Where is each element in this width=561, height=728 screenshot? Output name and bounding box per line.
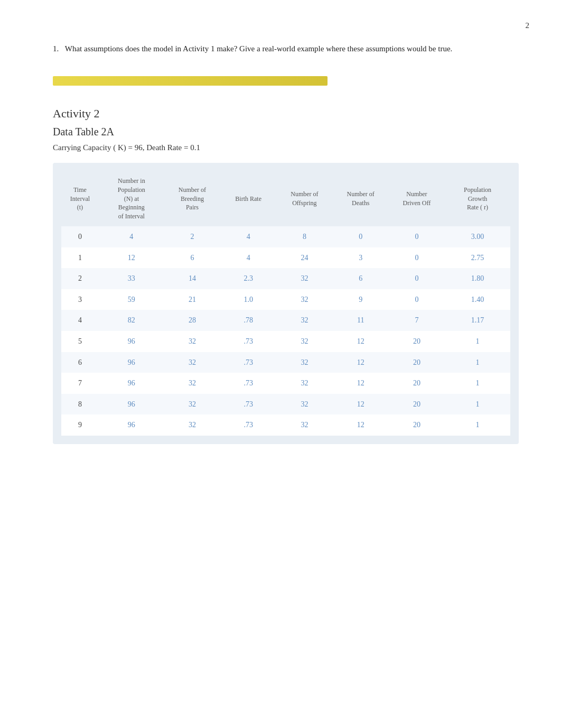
cell-driven: 20 bbox=[389, 352, 445, 373]
cell-offspring: 32 bbox=[276, 352, 332, 373]
cell-driven: 20 bbox=[389, 373, 445, 394]
cell-population: 96 bbox=[99, 373, 164, 394]
cell-driven: 7 bbox=[389, 310, 445, 331]
cell-offspring: 32 bbox=[276, 414, 332, 436]
cell-offspring: 32 bbox=[276, 373, 332, 394]
cell-time: 7 bbox=[61, 373, 99, 394]
cell-time: 0 bbox=[61, 226, 99, 247]
cell-time: 6 bbox=[61, 352, 99, 373]
table-row: 69632.733212201 bbox=[61, 352, 510, 373]
col-header-breeding: Number ofBreedingPairs bbox=[164, 171, 220, 226]
col-header-population: Number inPopulation(N) atBeginningof Int… bbox=[99, 171, 164, 226]
cell-driven: 20 bbox=[389, 414, 445, 436]
cell-growth: 1.80 bbox=[445, 268, 510, 289]
cell-birth: .73 bbox=[220, 373, 276, 394]
cell-growth: 1.17 bbox=[445, 310, 510, 331]
cell-growth: 1 bbox=[445, 352, 510, 373]
cell-birth: 4 bbox=[220, 247, 276, 269]
col-header-time: TimeInterval(t) bbox=[61, 171, 99, 226]
cell-breeding: 2 bbox=[164, 226, 220, 247]
cell-deaths: 0 bbox=[333, 226, 389, 247]
yellow-bar bbox=[53, 76, 328, 86]
table-row: 89632.733212201 bbox=[61, 394, 510, 415]
cell-population: 96 bbox=[99, 414, 164, 436]
table-row: 79632.733212201 bbox=[61, 373, 510, 394]
cell-breeding: 32 bbox=[164, 352, 220, 373]
cell-breeding: 32 bbox=[164, 414, 220, 436]
cell-birth: 2.3 bbox=[220, 268, 276, 289]
cell-growth: 1 bbox=[445, 414, 510, 436]
cell-population: 59 bbox=[99, 289, 164, 310]
cell-growth: 2.75 bbox=[445, 247, 510, 269]
page-number: 2 bbox=[526, 21, 530, 30]
cell-time: 2 bbox=[61, 268, 99, 289]
cell-driven: 0 bbox=[389, 247, 445, 269]
cell-offspring: 32 bbox=[276, 268, 332, 289]
table-row: 359211.032901.40 bbox=[61, 289, 510, 310]
cell-population: 96 bbox=[99, 331, 164, 352]
table-row: 99632.733212201 bbox=[61, 414, 510, 436]
cell-offspring: 8 bbox=[276, 226, 332, 247]
cell-population: 33 bbox=[99, 268, 164, 289]
cell-time: 5 bbox=[61, 331, 99, 352]
cell-growth: 1 bbox=[445, 331, 510, 352]
cell-deaths: 11 bbox=[333, 310, 389, 331]
cell-time: 4 bbox=[61, 310, 99, 331]
data-table-title: Data Table 2A bbox=[53, 126, 519, 138]
cell-breeding: 6 bbox=[164, 247, 220, 269]
cell-deaths: 12 bbox=[333, 352, 389, 373]
cell-offspring: 32 bbox=[276, 394, 332, 415]
cell-deaths: 6 bbox=[333, 268, 389, 289]
cell-breeding: 32 bbox=[164, 373, 220, 394]
cell-birth: 4 bbox=[220, 226, 276, 247]
table-row: 04248003.00 bbox=[61, 226, 510, 247]
cell-breeding: 14 bbox=[164, 268, 220, 289]
cell-birth: .73 bbox=[220, 331, 276, 352]
cell-birth: .73 bbox=[220, 394, 276, 415]
cell-deaths: 12 bbox=[333, 414, 389, 436]
col-header-deaths: Number ofDeaths bbox=[333, 171, 389, 226]
cell-breeding: 32 bbox=[164, 394, 220, 415]
question-body: What assumptions does the model in Activ… bbox=[65, 44, 453, 53]
page: 2 1. What assumptions does the model in … bbox=[0, 0, 561, 476]
cell-deaths: 9 bbox=[333, 289, 389, 310]
cell-growth: 1 bbox=[445, 373, 510, 394]
cell-time: 9 bbox=[61, 414, 99, 436]
table-header-row: TimeInterval(t) Number inPopulation(N) a… bbox=[61, 171, 510, 226]
cell-offspring: 32 bbox=[276, 289, 332, 310]
cell-deaths: 3 bbox=[333, 247, 389, 269]
cell-driven: 20 bbox=[389, 394, 445, 415]
cell-growth: 1.40 bbox=[445, 289, 510, 310]
activity-title: Activity 2 bbox=[53, 107, 519, 121]
cell-birth: .73 bbox=[220, 414, 276, 436]
cell-birth: 1.0 bbox=[220, 289, 276, 310]
cell-population: 82 bbox=[99, 310, 164, 331]
table-row: 233142.332601.80 bbox=[61, 268, 510, 289]
data-table: TimeInterval(t) Number inPopulation(N) a… bbox=[61, 171, 510, 436]
cell-birth: .78 bbox=[220, 310, 276, 331]
cell-deaths: 12 bbox=[333, 373, 389, 394]
cell-offspring: 24 bbox=[276, 247, 332, 269]
question-number: 1. bbox=[53, 42, 59, 55]
cell-population: 12 bbox=[99, 247, 164, 269]
cell-time: 1 bbox=[61, 247, 99, 269]
cell-driven: 20 bbox=[389, 331, 445, 352]
question-text: 1. What assumptions does the model in Ac… bbox=[53, 42, 519, 55]
cell-time: 8 bbox=[61, 394, 99, 415]
table-row: 48228.78321171.17 bbox=[61, 310, 510, 331]
cell-driven: 0 bbox=[389, 268, 445, 289]
data-table-wrapper: TimeInterval(t) Number inPopulation(N) a… bbox=[53, 163, 519, 444]
cell-driven: 0 bbox=[389, 226, 445, 247]
table-row: 1126424302.75 bbox=[61, 247, 510, 269]
cell-breeding: 32 bbox=[164, 331, 220, 352]
cell-time: 3 bbox=[61, 289, 99, 310]
cell-deaths: 12 bbox=[333, 331, 389, 352]
cell-population: 96 bbox=[99, 394, 164, 415]
cell-birth: .73 bbox=[220, 352, 276, 373]
cell-breeding: 21 bbox=[164, 289, 220, 310]
cell-growth: 3.00 bbox=[445, 226, 510, 247]
col-header-growth: PopulationGrowthRate ( r) bbox=[445, 171, 510, 226]
col-header-birth: Birth Rate bbox=[220, 171, 276, 226]
cell-offspring: 32 bbox=[276, 331, 332, 352]
cell-population: 96 bbox=[99, 352, 164, 373]
